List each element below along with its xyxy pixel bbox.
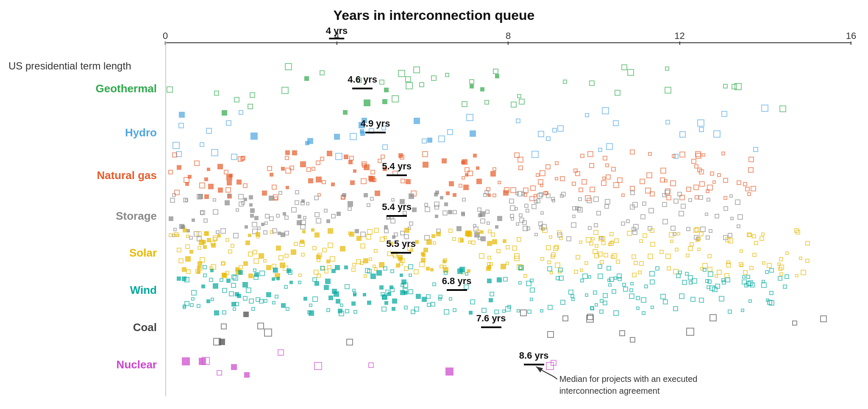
data-point <box>611 167 616 171</box>
data-point <box>679 152 685 158</box>
data-point <box>595 244 598 248</box>
data-point <box>558 268 563 272</box>
data-point <box>225 187 231 193</box>
data-point <box>497 216 502 221</box>
data-point <box>337 212 341 216</box>
data-point <box>719 296 724 301</box>
data-point <box>707 198 710 202</box>
data-point <box>195 269 200 274</box>
data-point <box>664 179 668 182</box>
data-point <box>551 252 556 257</box>
data-point <box>600 299 604 303</box>
data-point <box>356 236 362 241</box>
data-point <box>452 237 456 241</box>
data-point <box>662 202 667 207</box>
data-point <box>445 368 453 376</box>
data-point <box>276 214 280 218</box>
data-point <box>465 173 468 177</box>
data-point <box>328 243 333 248</box>
data-point <box>588 226 592 230</box>
data-point <box>405 76 411 82</box>
data-point <box>495 225 498 229</box>
data-point <box>650 242 655 247</box>
data-point <box>615 90 620 96</box>
data-point <box>186 229 190 232</box>
data-point <box>483 193 487 197</box>
data-point <box>198 246 201 250</box>
data-point <box>709 314 717 321</box>
data-point <box>480 218 485 224</box>
data-point <box>557 125 564 132</box>
axis-tick-8: 8 <box>506 30 511 41</box>
data-point <box>746 275 750 279</box>
data-point <box>598 274 603 279</box>
data-point <box>378 159 382 163</box>
data-point <box>509 199 514 204</box>
data-point <box>707 285 710 289</box>
data-point <box>447 129 453 135</box>
data-point <box>589 163 594 168</box>
data-point <box>241 156 245 160</box>
data-point <box>403 282 408 288</box>
data-point <box>612 289 616 294</box>
data-point <box>213 283 218 289</box>
data-point <box>578 197 582 201</box>
data-point <box>662 193 666 197</box>
data-point <box>249 203 253 207</box>
data-point <box>737 180 741 185</box>
data-point <box>462 101 467 107</box>
data-point <box>519 266 523 270</box>
data-point <box>703 268 707 272</box>
data-point <box>285 156 289 160</box>
data-point <box>602 177 606 180</box>
data-point <box>270 173 273 177</box>
data-point <box>331 182 335 186</box>
data-point <box>785 274 789 279</box>
data-point <box>648 152 652 156</box>
data-point <box>203 245 207 249</box>
data-point <box>601 180 606 186</box>
data-point <box>713 130 721 138</box>
data-point <box>174 232 178 236</box>
data-point <box>381 155 385 159</box>
data-point <box>783 285 787 289</box>
data-point <box>186 269 191 274</box>
data-point <box>598 236 604 241</box>
data-point <box>306 202 309 205</box>
median-label-geothermal: 4.6 yrs <box>348 74 377 85</box>
data-point <box>444 271 448 275</box>
data-point <box>278 191 282 195</box>
data-point <box>211 298 214 301</box>
data-point <box>699 181 705 187</box>
row-label-geothermal: Geothermal <box>96 82 157 95</box>
data-point <box>297 220 302 225</box>
data-point <box>560 300 565 305</box>
data-point <box>591 237 595 240</box>
data-point <box>182 267 186 272</box>
chart-container: Years in interconnection queue US presid… <box>0 0 868 409</box>
data-point <box>546 245 551 250</box>
data-point <box>485 210 490 214</box>
data-point <box>639 239 643 243</box>
data-point <box>392 95 399 102</box>
data-point <box>190 303 194 307</box>
data-point <box>760 236 764 241</box>
data-point <box>330 256 335 262</box>
axis-tick-16: 16 <box>846 30 856 41</box>
data-point <box>641 297 646 303</box>
data-point <box>555 161 559 165</box>
data-point <box>346 339 353 345</box>
data-point <box>204 232 208 235</box>
data-point <box>227 180 232 185</box>
data-point <box>670 180 676 186</box>
data-point <box>632 202 638 207</box>
data-point <box>311 228 314 232</box>
data-point <box>425 207 430 212</box>
data-point <box>406 82 413 89</box>
data-point <box>742 275 746 279</box>
data-point <box>574 270 578 274</box>
data-point <box>699 232 704 236</box>
data-point <box>546 136 551 141</box>
data-point <box>324 285 329 290</box>
data-point <box>419 82 424 87</box>
